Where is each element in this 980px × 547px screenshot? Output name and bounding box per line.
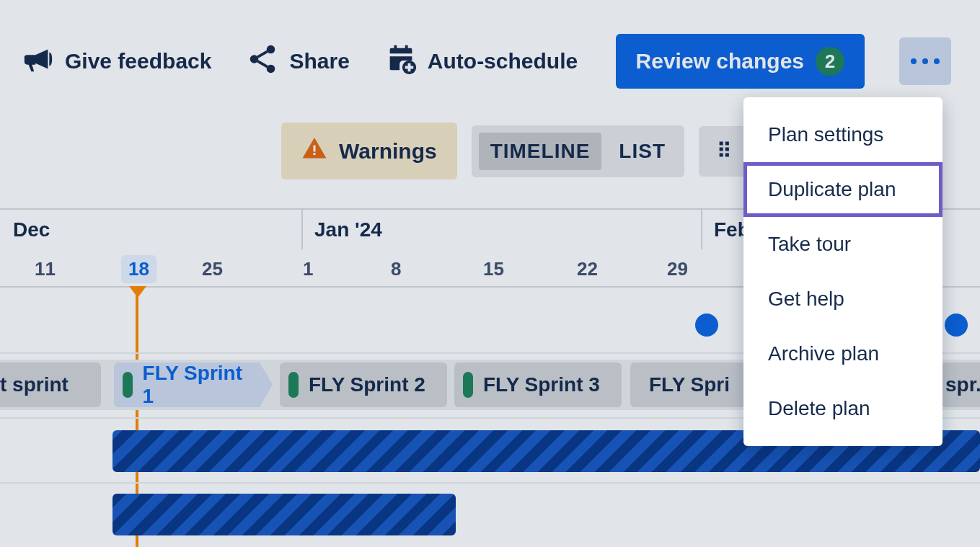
- sprint-label: t sprint: [0, 373, 69, 396]
- view-toggle: TIMELINE LIST: [472, 125, 684, 177]
- month-label: Dec: [13, 218, 50, 241]
- menu-item-take-tour[interactable]: Take tour: [743, 217, 943, 272]
- dot-icon: [934, 58, 940, 64]
- sprint-label: FLY Sprint 3: [483, 373, 600, 396]
- timeline-view-tab[interactable]: TIMELINE: [479, 133, 602, 170]
- warnings-button[interactable]: Warnings: [281, 123, 457, 179]
- svg-point-2: [267, 64, 275, 73]
- warnings-label: Warnings: [339, 139, 437, 164]
- today-label: 18: [121, 255, 156, 283]
- day-label: 15: [483, 258, 504, 280]
- release-marker-icon[interactable]: [695, 313, 718, 337]
- sprint-status-icon: [288, 372, 299, 398]
- list-view-tab[interactable]: LIST: [607, 133, 677, 170]
- sprint-chip[interactable]: FLY Spri: [630, 363, 746, 407]
- give-feedback-button[interactable]: Give feedback: [22, 43, 211, 81]
- view-settings-button[interactable]: ⠿: [699, 126, 749, 177]
- share-icon: [246, 43, 279, 81]
- timeline-bar[interactable]: [112, 494, 456, 535]
- sprint-status-icon: [463, 372, 473, 398]
- day-label: 11: [35, 258, 56, 280]
- sprint-label: FLY Spri: [649, 373, 730, 396]
- dot-icon: [922, 58, 928, 64]
- svg-point-0: [267, 45, 275, 53]
- sprint-label: FLY Sprint 2: [309, 373, 425, 396]
- auto-schedule-button[interactable]: Auto-schedule: [384, 43, 578, 81]
- review-changes-label: Review changes: [636, 49, 804, 74]
- warning-icon: [301, 135, 327, 166]
- month-label: Jan '24: [314, 218, 382, 241]
- sprint-chip[interactable]: t sprint: [0, 363, 101, 407]
- changes-count-badge: 2: [816, 47, 844, 76]
- menu-item-duplicate-plan[interactable]: Duplicate plan: [743, 162, 943, 217]
- day-label: 29: [667, 258, 688, 280]
- dot-icon: [911, 58, 917, 64]
- day-label: 22: [577, 258, 598, 280]
- give-feedback-label: Give feedback: [65, 49, 211, 74]
- sprint-label: spr...: [945, 373, 980, 396]
- menu-item-get-help[interactable]: Get help: [743, 272, 943, 326]
- calendar-plus-icon: [384, 43, 418, 81]
- menu-item-archive-plan[interactable]: Archive plan: [743, 326, 943, 381]
- share-button[interactable]: Share: [246, 43, 349, 81]
- release-marker-icon[interactable]: [945, 313, 968, 337]
- day-label: 1: [303, 258, 313, 280]
- day-label: 8: [391, 258, 401, 280]
- sprint-status-icon: [123, 372, 133, 398]
- sprint-chip-active[interactable]: FLY Sprint 1: [114, 363, 273, 407]
- menu-item-delete-plan[interactable]: Delete plan: [743, 381, 943, 436]
- sprint-chip[interactable]: FLY Sprint 3: [454, 363, 622, 407]
- svg-point-1: [250, 55, 259, 63]
- menu-item-plan-settings[interactable]: Plan settings: [743, 107, 943, 162]
- auto-schedule-label: Auto-schedule: [428, 49, 578, 74]
- more-actions-menu: Plan settings Duplicate plan Take tour G…: [743, 97, 943, 446]
- sprint-label: FLY Sprint 1: [143, 362, 255, 408]
- sprint-chip[interactable]: spr...: [941, 363, 980, 407]
- review-changes-button[interactable]: Review changes 2: [616, 34, 865, 89]
- sprint-chip[interactable]: FLY Sprint 2: [280, 363, 447, 407]
- today-marker-icon: [129, 286, 146, 298]
- megaphone-icon: [22, 43, 55, 81]
- day-label: 25: [202, 258, 223, 280]
- share-label: Share: [289, 49, 349, 74]
- more-actions-button[interactable]: [899, 37, 951, 85]
